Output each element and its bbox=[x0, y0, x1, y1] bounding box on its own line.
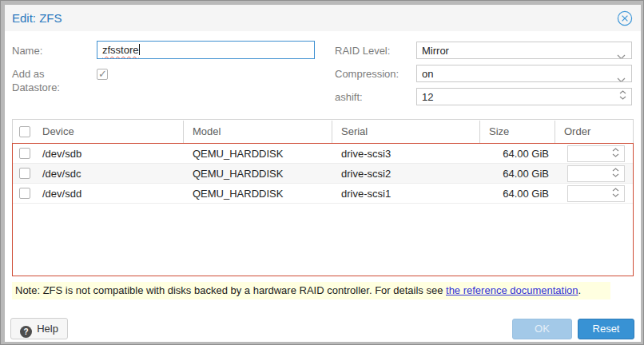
ashift-spinner[interactable]: 12 bbox=[416, 88, 632, 105]
table-row[interactable]: /dev/sdb QEMU_HARDDISK drive-scsi3 64.00… bbox=[13, 144, 633, 164]
check-icon: ✓ bbox=[98, 68, 107, 80]
cell-model: QEMU_HARDDISK bbox=[184, 168, 332, 180]
cell-device: /dev/sdb bbox=[34, 148, 184, 160]
cell-order bbox=[555, 165, 634, 182]
order-spinner[interactable] bbox=[567, 165, 625, 182]
order-spinner[interactable] bbox=[567, 185, 625, 202]
spinner-arrows-icon[interactable] bbox=[612, 188, 619, 197]
cell-serial: drive-scsi3 bbox=[332, 148, 480, 160]
spinner-arrows-icon[interactable] bbox=[612, 168, 619, 177]
cell-serial: drive-scsi2 bbox=[332, 168, 480, 180]
chevron-down-icon[interactable] bbox=[617, 71, 626, 82]
help-button-label: Help bbox=[37, 323, 58, 335]
header-checkbox-cell bbox=[13, 121, 34, 143]
cell-model: QEMU_HARDDISK bbox=[184, 188, 332, 200]
row-checkbox[interactable] bbox=[19, 168, 30, 179]
cell-device: /dev/sdc bbox=[34, 168, 184, 180]
row-checkbox[interactable] bbox=[19, 188, 30, 199]
table-row[interactable]: /dev/sdd QEMU_HARDDISK drive-scsi1 64.00… bbox=[13, 184, 633, 204]
order-spinner[interactable] bbox=[567, 145, 625, 162]
text-caret bbox=[139, 44, 140, 55]
reference-documentation-link[interactable]: the reference documentation bbox=[446, 284, 578, 296]
raid-level-select[interactable]: Mirror bbox=[416, 42, 632, 59]
cell-model: QEMU_HARDDISK bbox=[184, 148, 332, 160]
col-header-size[interactable]: Size bbox=[480, 121, 555, 143]
add-datastore-checkbox[interactable]: ✓ bbox=[97, 69, 108, 80]
zfs-note: Note: ZFS is not compatible with disks b… bbox=[12, 282, 610, 299]
dialog-title: Edit: ZFS bbox=[12, 11, 62, 25]
col-header-order[interactable]: Order bbox=[555, 121, 633, 143]
table-row[interactable]: /dev/sdc QEMU_HARDDISK drive-scsi2 64.00… bbox=[13, 164, 633, 184]
name-input[interactable]: zfsstore bbox=[97, 41, 315, 59]
col-header-device[interactable]: Device bbox=[34, 121, 184, 143]
dialog-header: Edit: ZFS bbox=[5, 5, 641, 31]
col-header-model[interactable]: Model bbox=[184, 121, 332, 143]
note-text: Note: ZFS is not compatible with disks b… bbox=[15, 284, 446, 296]
cell-size: 64.00 GiB bbox=[480, 148, 555, 160]
row-checkbox-cell bbox=[13, 164, 34, 184]
help-button[interactable]: ?Help bbox=[10, 318, 68, 339]
ashift-value: 12 bbox=[422, 91, 433, 103]
close-icon[interactable] bbox=[617, 10, 633, 26]
row-checkbox-cell bbox=[13, 144, 34, 164]
cell-size: 64.00 GiB bbox=[480, 168, 555, 180]
name-input-value: zfsstore bbox=[102, 44, 139, 56]
cell-serial: drive-scsi1 bbox=[332, 188, 480, 200]
select-all-checkbox[interactable] bbox=[19, 126, 30, 137]
cell-size: 64.00 GiB bbox=[480, 188, 555, 200]
cell-order bbox=[555, 145, 634, 162]
chevron-down-icon[interactable] bbox=[617, 48, 626, 59]
cell-order bbox=[555, 185, 634, 202]
edit-zfs-dialog: Edit: ZFS Name: zfsstore Add as Datastor… bbox=[5, 5, 641, 342]
add-datastore-label: Add as Datastore: bbox=[12, 67, 88, 94]
ashift-label: ashift: bbox=[335, 90, 363, 104]
help-icon: ? bbox=[20, 326, 32, 338]
row-checkbox-cell bbox=[13, 184, 34, 204]
name-label: Name: bbox=[12, 44, 42, 58]
window-frame: Edit: ZFS Name: zfsstore Add as Datastor… bbox=[0, 0, 644, 345]
ok-button[interactable]: OK bbox=[512, 319, 572, 339]
col-header-serial[interactable]: Serial bbox=[332, 121, 480, 143]
disk-table-body: /dev/sdb QEMU_HARDDISK drive-scsi3 64.00… bbox=[12, 143, 634, 276]
reset-button[interactable]: Reset bbox=[578, 319, 634, 339]
spinner-arrows-icon[interactable] bbox=[619, 90, 626, 100]
compression-value: on bbox=[422, 68, 433, 80]
cell-device: /dev/sdd bbox=[34, 188, 184, 200]
row-checkbox[interactable] bbox=[19, 148, 30, 159]
spinner-arrows-icon[interactable] bbox=[612, 148, 619, 157]
raid-level-value: Mirror bbox=[422, 45, 449, 57]
disk-table-header: Device Model Serial Size Order bbox=[12, 119, 634, 143]
compression-label: Compression: bbox=[335, 67, 399, 81]
raid-level-label: RAID Level: bbox=[335, 44, 390, 58]
compression-select[interactable]: on bbox=[416, 65, 632, 82]
note-suffix: . bbox=[578, 284, 582, 296]
